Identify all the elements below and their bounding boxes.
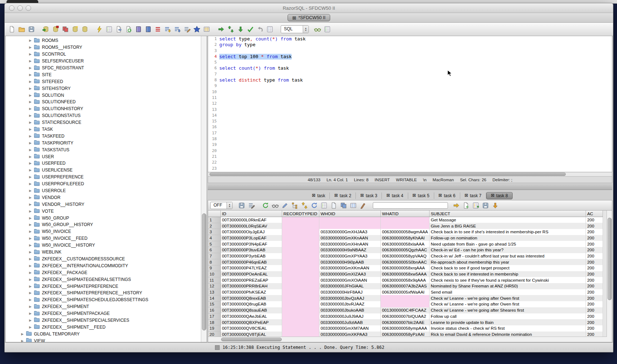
disclosure-triangle-icon[interactable]: ▶ [28,230,33,233]
columns-tree-icon[interactable] [291,202,298,209]
cell[interactable]: 200 [586,307,603,313]
editor-hscrollbar[interactable] [208,172,612,177]
disclosure-triangle-icon[interactable]: ▶ [28,52,33,56]
disclosure-triangle-icon[interactable]: ▶ [28,237,33,240]
disclosure-triangle-icon[interactable]: ▶ [28,250,33,254]
export-add-icon[interactable] [462,202,470,209]
cell[interactable]: 00630000005QgzhAAC [380,247,429,253]
grid-search-input[interactable] [373,202,448,209]
disclosure-triangle-icon[interactable]: ▶ [28,223,33,226]
cell[interactable] [282,217,319,223]
auto-select-icon[interactable] [314,26,321,33]
cell[interactable]: 00T3000000QAeJbEAL [220,313,282,320]
cell[interactable]: 0033000000H9aNBAAZ [319,247,380,253]
cell[interactable] [282,247,319,253]
close-tab-icon[interactable]: ⊠ [312,194,315,198]
cell[interactable]: 200 [586,265,603,271]
cell[interactable] [282,277,319,283]
row-number[interactable]: 5 [208,241,220,247]
close-tab-icon[interactable]: ⊠ [334,194,338,198]
close-tab-icon[interactable]: ⊠ [413,194,416,198]
row-number[interactable]: 2 [208,223,220,229]
save-grid-icon[interactable] [482,202,489,209]
tree-item-vendor[interactable]: ▶VENDOR [6,194,207,201]
row-number[interactable]: 18 [208,319,220,325]
cell[interactable]: 200 [586,247,603,253]
cell[interactable]: 200 [586,241,603,247]
disclosure-triangle-icon[interactable]: ▶ [20,339,25,342]
tree-item-zkfedex-package[interactable]: ▶ZKFEDEX__PACKAGE [6,269,207,276]
window-titlebar[interactable]: RazorSQL - SFDCW50 II [5,3,613,13]
describe-icon[interactable] [105,26,113,33]
cell[interactable]: 200 [586,253,603,259]
tree-item-taskpriority[interactable]: ▶TASKPRIORITY [6,139,207,146]
close-tab-icon[interactable]: ⊠ [360,194,364,198]
cell[interactable]: Need update from Bain - gave go ahead 1/… [429,241,586,247]
row-number[interactable]: 15 [208,301,220,307]
cell[interactable]: 0033000000GmXHnAAN [319,241,380,247]
sort-icon[interactable] [301,202,308,209]
editor-hscrollbar-thumb[interactable] [210,173,566,176]
cell[interactable]: 00T3000000Q8sauEAB [220,307,282,313]
tree-item-userlicense[interactable]: ▶USERLICENSE [6,167,207,174]
cell[interactable]: 00T3000000Q8rexEAB [220,295,282,301]
sql-mode-select[interactable]: SQL ▲▼ [281,25,309,33]
copy-cells-icon[interactable] [340,202,347,209]
disclosure-triangle-icon[interactable]: ▶ [28,94,33,97]
view-glasses-icon[interactable] [272,202,279,209]
cell[interactable] [282,223,319,229]
disclosure-triangle-icon[interactable]: ▶ [28,127,33,131]
create-object-icon[interactable] [72,26,79,33]
cell[interactable] [380,295,429,301]
grid-vscrollbar-thumb[interactable] [608,218,612,300]
cell[interactable] [282,301,319,307]
execute-icon[interactable] [217,26,225,33]
cell[interactable] [282,229,319,235]
tree-item-w50-invoice-feed[interactable]: ▶W50_INVOICE__FEED [6,235,207,242]
close-tab-icon[interactable]: ⊠ [386,194,390,198]
table-tree-panel[interactable]: ▶ROOMS▶ROOMS__HISTORY▶SCONTROL▶SELFSERVI… [5,36,207,342]
cell[interactable]: 006300000058yKhAAI [380,235,429,241]
tree-item-site[interactable]: ▶SITE [6,71,207,78]
disclosure-triangle-icon[interactable]: ▶ [28,46,33,49]
disclosure-triangle-icon[interactable]: ▶ [28,39,33,42]
tree-item-zkfedex-shipment[interactable]: ▶ZKFEDEX__SHIPMENT [6,303,207,310]
cell[interactable]: 00T3000000QBXPeEAP [220,319,282,325]
close-tab-icon[interactable]: ⊠ [292,16,296,20]
tree-item-zkfedex-shipmentspecialservices[interactable]: ▶ZKFEDEX__SHIPMENTSPECIALSERVICES [6,317,207,324]
column-header-AC[interactable]: AC [586,211,603,217]
disclosure-triangle-icon[interactable]: ▶ [28,100,33,104]
result-tab-task-8[interactable]: ⊠task 8 [486,192,513,199]
grid-hscrollbar[interactable] [208,337,607,342]
column-header-ID[interactable]: ID [220,211,282,217]
disclosure-triangle-icon[interactable]: ▶ [28,121,33,124]
view-log-icon[interactable] [266,26,273,33]
cell[interactable]: Check nexis to see if they've found a re… [429,277,586,283]
cell[interactable] [282,313,319,320]
copy-table-icon[interactable] [62,26,69,33]
cell[interactable]: Check back to see if good target prospec… [429,265,586,271]
cell[interactable]: 200 [586,229,603,235]
tree-item-weblink[interactable]: ▶WEBLINK [6,249,207,256]
cell[interactable]: Check w/ Leanne - we're going after Shea… [429,307,586,313]
cell[interactable]: 0033000000Ju9J9AAJ [319,313,380,320]
disconnect-db-icon[interactable] [52,26,59,33]
column-header-WHATID[interactable]: WHATID [380,211,429,217]
cell[interactable]: 0033000000GmXHJAA3 [319,229,380,235]
row-number[interactable]: 10 [208,271,220,277]
cell[interactable]: 200 [586,277,603,283]
cell[interactable]: 200 [586,313,603,320]
cell[interactable] [282,307,319,313]
cell[interactable]: 00T3000000P3LopEAF [220,235,282,241]
cell[interactable]: Follow-up on nomination [429,235,586,241]
disclosure-triangle-icon[interactable]: ▶ [28,291,33,295]
describe-table-icon[interactable] [324,26,331,33]
cell[interactable]: Check-in w/ Ed - can he join this year? [429,247,586,253]
tree-item-sitehistory[interactable]: ▶SITEHISTORY [6,85,207,92]
disclosure-triangle-icon[interactable]: ▶ [28,305,33,308]
tree-item-w50-invoice-history[interactable]: ▶W50_INVOICE__HISTORY [6,242,207,249]
open-file-icon[interactable] [18,26,25,33]
cell[interactable] [282,271,319,277]
row-number[interactable]: 7 [208,253,220,259]
cell[interactable]: Leanne to provide update to Bain [429,319,586,325]
